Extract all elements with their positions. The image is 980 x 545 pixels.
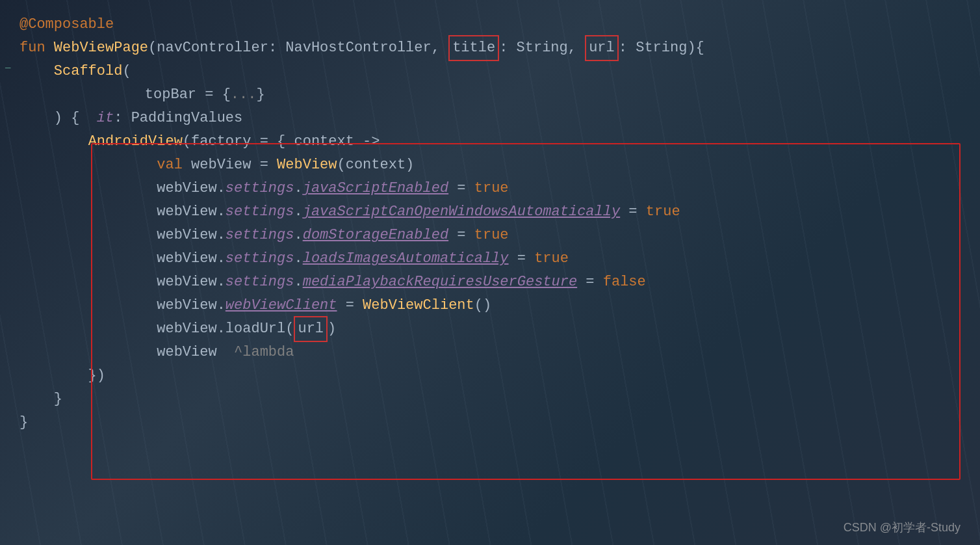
code-line-1: @Composable (19, 13, 980, 36)
code-line-2: fun WebViewPage(navController: NavHostCo… (19, 36, 980, 60)
code-line-14: webView.loadUrl(url) (19, 317, 980, 341)
code-line-15: webView ^lambda (19, 341, 980, 364)
url-param-highlight: url (585, 35, 619, 60)
code-line-7: val webView = WebView(context) (19, 153, 980, 177)
code-line-18: } (19, 411, 980, 434)
code-editor: @Composable fun WebViewPage(navControlle… (0, 0, 980, 545)
code-line-9: webView.settings.javaScriptCanOpenWindow… (19, 200, 980, 224)
code-line-17: } (19, 388, 980, 411)
code-line-6: AndroidView(factory = { context -> (19, 130, 980, 153)
code-line-10: webView.settings.domStorageEnabled = tru… (19, 224, 980, 247)
code-line-11: webView.settings.loadsImagesAutomaticall… (19, 247, 980, 271)
code-line-8: webView.settings.javaScriptEnabled = tru… (19, 177, 980, 200)
code-line-4: ― topBar = {...} (19, 83, 980, 107)
url-call-highlight: url (294, 316, 328, 341)
code-line-12: webView.settings.mediaPlaybackRequiresUs… (19, 271, 980, 294)
annotation: @Composable (19, 13, 114, 36)
code-line-16: }) (19, 364, 980, 388)
code-line-13: webView.webViewClient = WebViewClient() (19, 294, 980, 317)
code-line-5: ) { it: PaddingValues (19, 107, 980, 130)
watermark: CSDN @初学者-Study (844, 520, 961, 535)
code-line-3: Scaffold( (19, 60, 980, 83)
title-param-highlight: title (448, 35, 499, 60)
